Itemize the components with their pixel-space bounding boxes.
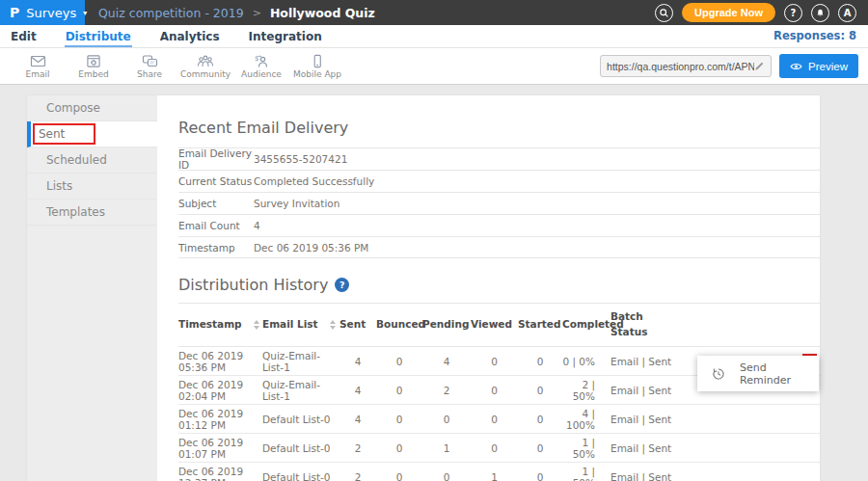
cell-bounced: 0 [376,376,422,405]
kv-label: Email Delivery ID [178,147,254,171]
help-tooltip-icon[interactable]: ? [335,278,349,292]
sidebar-item-sent[interactable]: Sent [27,121,157,147]
app-root: P Surveys ▾ Quiz competition - 2019 > Ho… [0,0,868,481]
survey-url-box [600,55,772,77]
col-header-bounced: Bounced [376,304,422,347]
cell-actions [683,434,820,463]
sidebar-item-compose[interactable]: Compose [27,95,157,121]
col-header-timestamp: Timestamp [178,304,262,347]
cell-sent: 2 [339,434,376,463]
cell-viewed: 0 [471,376,518,405]
kv-label: Subject [178,198,254,209]
tab-analytics[interactable]: Analytics [159,27,221,47]
toolbar-item-share[interactable]: Share [122,54,177,79]
sent-content: Recent Email Delivery Email Delivery ID … [157,95,820,481]
cell-started: 0 [518,405,562,434]
cell-email-list: Default List-0 [262,434,339,463]
kv-row-email-count: Email Count 4 [178,214,820,236]
cell-sent: 2 [339,463,376,481]
edit-pencil-icon[interactable] [754,61,765,71]
cell-completed: 1 | 50% [562,434,610,463]
col-header-label: Email List [262,317,318,333]
preview-button[interactable]: Preview [779,54,858,78]
col-header-completed: Completed [562,304,610,347]
cell-completed: 1 | 50% [562,463,610,481]
cell-started: 0 [518,347,562,376]
cell-pending: 4 [422,347,471,376]
cell-viewed: 1 [471,463,518,481]
sidebar-item-scheduled[interactable]: Scheduled [27,147,157,174]
cell-timestamp: Dec 06 2019 01:07 PM [178,434,262,463]
topbar-actions: Upgrade Now ? A [655,0,868,25]
cell-viewed: 0 [471,347,518,376]
col-header-sent: Sent [339,304,376,347]
breadcrumb-parent[interactable]: Quiz competition - 2019 [98,6,244,20]
distribution-history-header: Distribution History ? [178,276,820,294]
surveys-menu[interactable]: P Surveys ▾ [0,0,85,25]
svg-text:$: $ [255,54,258,62]
cell-batch-status: Email | Sent [610,347,683,376]
kv-value: 4 [254,220,260,231]
table-row: Dec 06 2019 12:37 PM Default List-0 2 0 … [178,463,820,481]
survey-url-input[interactable] [607,61,754,72]
kv-row-delivery-id: Email Delivery ID 3455655-5207421 [178,147,820,170]
distribution-history-table: Timestamp Email List Sent Bounced Pendin… [178,303,820,481]
col-header-pending: Pending [422,304,471,347]
help-icon[interactable]: ? [784,4,802,22]
col-header-started: Started [518,304,562,347]
tab-distribute[interactable]: Distribute [65,27,132,47]
upgrade-now-button[interactable]: Upgrade Now [682,3,775,22]
table-row: Dec 06 2019 01:12 PM Default List-0 4 0 … [178,405,820,434]
toolbar-right: Preview [600,54,858,78]
menu-item-send-reminder[interactable]: Send Reminder [740,361,819,387]
annotation-box-sent: Sent [33,123,95,145]
cell-bounced: 0 [376,434,422,463]
kv-label: Current Status [178,175,254,187]
sort-icon[interactable] [330,320,336,330]
cell-viewed: 0 [471,405,518,434]
responses-count[interactable]: Responses: 8 [773,29,856,47]
sidebar-item-templates[interactable]: Templates [27,200,157,226]
avatar[interactable]: A [838,4,856,22]
cell-started: 0 [518,463,562,481]
toolbar-item-audience[interactable]: $ Audience [233,54,289,79]
col-header-actions [683,304,820,347]
kv-label: Email Count [178,220,254,231]
cell-sent: 4 [339,347,376,376]
reminder-clock-icon [712,367,725,381]
email-icon [30,54,46,68]
sidebar-item-lists[interactable]: Lists [27,174,157,200]
nav-tabs: Edit Distribute Analytics Integration [10,27,323,47]
eye-icon [790,62,802,71]
cell-viewed: 0 [471,434,518,463]
distribution-history-title: Distribution History [178,276,328,294]
cell-email-list: Quiz-Email-List-1 [262,376,339,405]
surveys-menu-label: Surveys [26,6,76,20]
toolbar-item-community[interactable]: Community [177,54,233,79]
cell-timestamp: Dec 06 2019 05:36 PM [178,347,262,376]
cell-timestamp: Dec 06 2019 12:37 PM [178,463,262,481]
tab-edit[interactable]: Edit [10,27,38,47]
sort-icon[interactable] [254,320,259,330]
cell-completed: 0 | 0% [562,347,610,376]
cell-timestamp: Dec 06 2019 01:12 PM [178,405,262,434]
cell-actions [683,405,820,434]
cell-sent: 4 [339,405,376,434]
search-icon[interactable] [655,4,673,22]
embed-icon [86,54,101,68]
cell-bounced: 0 [376,405,422,434]
toolbar-item-email[interactable]: Email [10,54,66,79]
toolbar-item-mobile-app[interactable]: Mobile App [289,54,345,79]
kv-row-subject: Subject Survey Invitation [178,192,820,214]
kv-label: Timestamp [178,242,254,254]
cell-bounced: 0 [376,463,422,481]
notifications-bell-icon[interactable] [811,4,829,22]
sidebar-item-label: Templates [46,205,105,219]
table-row: Dec 06 2019 01:07 PM Default List-0 2 0 … [178,434,820,463]
cell-email-list: Quiz-Email-List-1 [262,347,339,376]
breadcrumb: Quiz competition - 2019 > Hollywood Quiz [85,0,655,25]
top-bar: P Surveys ▾ Quiz competition - 2019 > Ho… [0,0,868,25]
cell-timestamp: Dec 06 2019 02:04 PM [178,376,262,405]
tab-integration[interactable]: Integration [248,27,323,47]
toolbar-item-embed[interactable]: Embed [66,54,122,79]
